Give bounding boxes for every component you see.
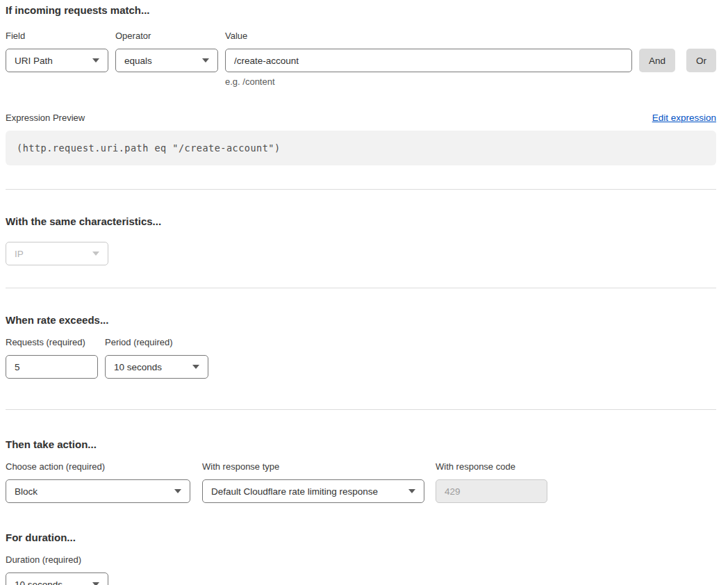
section-rate: When rate exceeds... Requests (required)… <box>6 314 716 379</box>
rate-section-title: When rate exceeds... <box>6 314 716 327</box>
match-condition-row: Field URI Path Operator equals Value e.g… <box>6 31 716 87</box>
operator-label: Operator <box>115 31 218 41</box>
choose-action-dropdown-value: Block <box>15 486 38 497</box>
period-dropdown[interactable]: 10 seconds <box>105 355 208 379</box>
period-label: Period (required) <box>105 338 208 347</box>
response-code-column: With response code <box>436 462 547 503</box>
chevron-down-icon <box>92 58 99 63</box>
response-type-label: With response type <box>202 462 424 472</box>
duration-column: Duration (required) 10 seconds <box>6 555 108 585</box>
operator-column: Operator equals <box>115 31 218 72</box>
edit-expression-link[interactable]: Edit expression <box>652 113 716 123</box>
match-section-title: If incoming requests match... <box>6 4 716 17</box>
chevron-down-icon <box>202 58 209 63</box>
rate-limit-rule-form: If incoming requests match... Field URI … <box>6 4 716 585</box>
duration-section-title: For duration... <box>6 532 716 544</box>
section-duration: For duration... Duration (required) 10 s… <box>6 532 716 585</box>
operator-dropdown[interactable]: equals <box>115 49 218 72</box>
action-row: Choose action (required) Block With resp… <box>6 462 716 503</box>
duration-dropdown[interactable]: 10 seconds <box>6 572 108 585</box>
condition-logic-buttons: And Or <box>639 31 716 72</box>
response-type-column: With response type Default Cloudflare ra… <box>202 462 424 503</box>
characteristic-dropdown: IP <box>6 242 108 265</box>
chevron-down-icon <box>174 489 181 493</box>
section-divider <box>6 288 716 288</box>
characteristics-section-title: With the same characteristics... <box>6 215 716 228</box>
duration-row: Duration (required) 10 seconds <box>6 555 716 585</box>
characteristic-dropdown-value: IP <box>15 249 24 259</box>
response-type-dropdown[interactable]: Default Cloudflare rate limiting respons… <box>202 479 424 503</box>
section-divider <box>6 409 716 410</box>
field-label: Field <box>6 31 108 41</box>
choose-action-column: Choose action (required) Block <box>6 462 190 503</box>
rate-row: Requests (required) Period (required) 10… <box>6 338 716 379</box>
value-label: Value <box>225 31 632 41</box>
duration-label: Duration (required) <box>6 555 108 565</box>
expression-preview-box: (http.request.uri.path eq "/create-accou… <box>6 131 716 165</box>
response-type-dropdown-value: Default Cloudflare rate limiting respons… <box>211 486 378 497</box>
or-button[interactable]: Or <box>686 49 716 72</box>
operator-dropdown-value: equals <box>124 56 152 66</box>
duration-dropdown-value: 10 seconds <box>15 579 63 585</box>
choose-action-label: Choose action (required) <box>6 462 190 472</box>
field-column: Field URI Path <box>6 31 108 72</box>
response-code-input <box>436 479 547 503</box>
choose-action-dropdown[interactable]: Block <box>6 479 190 503</box>
period-column: Period (required) 10 seconds <box>105 338 208 379</box>
chevron-down-icon <box>192 365 199 369</box>
and-button[interactable]: And <box>639 49 675 72</box>
chevron-down-icon <box>408 489 415 493</box>
requests-column: Requests (required) <box>6 338 98 379</box>
section-divider <box>6 189 716 190</box>
section-action: Then take action... Choose action (requi… <box>6 438 716 503</box>
value-column: Value e.g. /content <box>225 31 632 87</box>
section-match: If incoming requests match... Field URI … <box>6 4 716 165</box>
chevron-down-icon <box>92 582 99 585</box>
action-section-title: Then take action... <box>6 438 716 451</box>
section-characteristics: With the same characteristics... IP <box>6 215 716 265</box>
expression-preview-label: Expression Preview <box>6 113 85 123</box>
expression-preview-header: Expression Preview Edit expression <box>6 113 716 123</box>
requests-input[interactable] <box>6 355 98 379</box>
characteristic-column: IP <box>6 242 108 265</box>
value-input[interactable] <box>225 49 632 72</box>
period-dropdown-value: 10 seconds <box>114 362 162 372</box>
field-dropdown-value: URI Path <box>15 56 53 66</box>
chevron-down-icon <box>92 252 99 256</box>
value-hint: e.g. /content <box>225 76 632 87</box>
field-dropdown[interactable]: URI Path <box>6 49 108 72</box>
requests-label: Requests (required) <box>6 338 98 347</box>
characteristics-row: IP <box>6 242 716 265</box>
response-code-label: With response code <box>436 462 547 472</box>
